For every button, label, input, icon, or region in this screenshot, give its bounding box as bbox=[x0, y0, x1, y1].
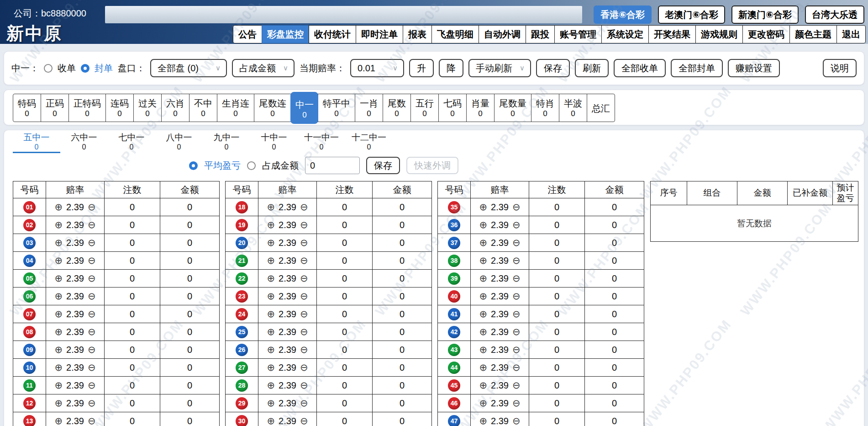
nav-item[interactable]: 收付统计 bbox=[309, 25, 356, 43]
help-button[interactable]: 说明 bbox=[823, 59, 857, 77]
nav-item[interactable]: 退出 bbox=[836, 25, 866, 43]
minus-circle-icon[interactable]: ⊖ bbox=[512, 220, 521, 230]
minus-circle-icon[interactable]: ⊖ bbox=[88, 202, 96, 212]
plus-circle-icon[interactable]: ⊕ bbox=[479, 327, 487, 337]
game-tab[interactable]: 新澳门⑥合彩 bbox=[731, 5, 799, 24]
bet-type-tab[interactable]: 正码0 bbox=[41, 94, 68, 122]
bet-type-tab[interactable]: 过关0 bbox=[133, 94, 161, 122]
plus-circle-icon[interactable]: ⊕ bbox=[479, 416, 487, 426]
plus-circle-icon[interactable]: ⊕ bbox=[267, 416, 275, 426]
bet-type-tab[interactable]: 七码0 bbox=[438, 94, 466, 122]
ratio-amount-radio[interactable] bbox=[247, 161, 256, 170]
minus-circle-icon[interactable]: ⊖ bbox=[512, 327, 521, 337]
minus-circle-icon[interactable]: ⊖ bbox=[512, 309, 521, 319]
minus-circle-icon[interactable]: ⊖ bbox=[300, 238, 308, 248]
plus-circle-icon[interactable]: ⊕ bbox=[54, 256, 63, 266]
quick-adjust-button[interactable]: 快速外调 bbox=[406, 157, 458, 174]
minus-circle-icon[interactable]: ⊖ bbox=[512, 238, 521, 248]
minus-circle-icon[interactable]: ⊖ bbox=[88, 345, 96, 355]
plus-circle-icon[interactable]: ⊕ bbox=[479, 309, 487, 319]
plus-circle-icon[interactable]: ⊕ bbox=[54, 238, 63, 248]
plus-circle-icon[interactable]: ⊕ bbox=[54, 399, 63, 408]
plus-circle-icon[interactable]: ⊕ bbox=[54, 220, 63, 230]
minus-circle-icon[interactable]: ⊖ bbox=[300, 309, 308, 319]
minus-circle-icon[interactable]: ⊖ bbox=[88, 292, 96, 301]
bet-type-tab[interactable]: 连码0 bbox=[105, 94, 133, 122]
nav-item[interactable]: 更改密码 bbox=[742, 25, 790, 43]
minus-circle-icon[interactable]: ⊖ bbox=[512, 381, 521, 390]
plus-circle-icon[interactable]: ⊕ bbox=[479, 363, 487, 373]
game-tab[interactable]: 老澳门⑥合彩 bbox=[658, 5, 725, 24]
bet-type-tab[interactable]: 尾数连0 bbox=[254, 94, 291, 122]
minus-circle-icon[interactable]: ⊖ bbox=[88, 256, 96, 266]
subtab[interactable]: 九中一0 bbox=[203, 132, 250, 153]
plus-circle-icon[interactable]: ⊕ bbox=[54, 309, 63, 319]
receive-all-button[interactable]: 全部收单 bbox=[614, 59, 666, 77]
plus-circle-icon[interactable]: ⊕ bbox=[267, 327, 275, 337]
plus-circle-icon[interactable]: ⊕ bbox=[54, 274, 63, 283]
minus-circle-icon[interactable]: ⊖ bbox=[300, 381, 308, 390]
nav-item[interactable]: 报表 bbox=[403, 25, 432, 43]
plus-circle-icon[interactable]: ⊕ bbox=[54, 345, 63, 355]
seal-radio-label[interactable]: 封单 bbox=[95, 62, 113, 75]
minus-circle-icon[interactable]: ⊖ bbox=[88, 327, 96, 337]
subtab[interactable]: 十一中一0 bbox=[298, 132, 345, 153]
subtab[interactable]: 五中一0 bbox=[13, 132, 60, 153]
plus-circle-icon[interactable]: ⊕ bbox=[54, 292, 63, 301]
minus-circle-icon[interactable]: ⊖ bbox=[300, 202, 308, 212]
plus-circle-icon[interactable]: ⊕ bbox=[54, 327, 63, 337]
refresh-button[interactable]: 刷新 bbox=[575, 59, 609, 77]
save-button[interactable]: 保存 bbox=[536, 59, 570, 77]
plus-circle-icon[interactable]: ⊕ bbox=[267, 309, 275, 319]
bet-type-tab[interactable]: 特平中0 bbox=[318, 94, 355, 122]
plus-circle-icon[interactable]: ⊕ bbox=[54, 202, 63, 212]
seal-radio[interactable] bbox=[81, 64, 89, 73]
bet-type-tab[interactable]: 不中0 bbox=[189, 94, 217, 122]
minus-circle-icon[interactable]: ⊖ bbox=[300, 292, 308, 301]
plus-circle-icon[interactable]: ⊕ bbox=[479, 399, 487, 408]
minus-circle-icon[interactable]: ⊖ bbox=[88, 238, 96, 248]
game-tab[interactable]: 台湾大乐透 bbox=[805, 5, 864, 24]
filter-save-button[interactable]: 保存 bbox=[366, 157, 400, 174]
minus-circle-icon[interactable]: ⊖ bbox=[300, 256, 308, 266]
nav-item[interactable]: 账号管理 bbox=[554, 25, 602, 43]
bet-type-tab[interactable]: 中一0 bbox=[290, 92, 318, 124]
plus-circle-icon[interactable]: ⊕ bbox=[267, 274, 275, 283]
amount-input[interactable] bbox=[305, 157, 360, 174]
minus-circle-icon[interactable]: ⊖ bbox=[512, 416, 521, 426]
bet-type-tab[interactable]: 六肖0 bbox=[161, 94, 189, 122]
receive-radio-label[interactable]: 收单 bbox=[58, 62, 76, 75]
minus-circle-icon[interactable]: ⊖ bbox=[512, 274, 521, 283]
plus-circle-icon[interactable]: ⊕ bbox=[54, 363, 63, 373]
plus-circle-icon[interactable]: ⊕ bbox=[479, 292, 487, 301]
subtab[interactable]: 八中一0 bbox=[155, 132, 203, 153]
bet-type-tab[interactable]: 一肖0 bbox=[355, 94, 383, 122]
nav-item[interactable]: 游戏规则 bbox=[695, 25, 743, 43]
nav-item[interactable]: 系统设定 bbox=[601, 25, 649, 43]
minus-circle-icon[interactable]: ⊖ bbox=[512, 292, 521, 301]
minus-circle-icon[interactable]: ⊖ bbox=[512, 345, 521, 355]
nav-item[interactable]: 颜色主题 bbox=[789, 25, 837, 43]
minus-circle-icon[interactable]: ⊖ bbox=[88, 363, 96, 373]
plus-circle-icon[interactable]: ⊕ bbox=[479, 202, 487, 212]
minus-circle-icon[interactable]: ⊖ bbox=[300, 274, 308, 283]
bet-type-tab[interactable]: 总汇 bbox=[587, 94, 615, 122]
minus-circle-icon[interactable]: ⊖ bbox=[88, 399, 96, 408]
pan-select[interactable]: 全部盘 (0) ∨ bbox=[150, 59, 227, 77]
plus-circle-icon[interactable]: ⊕ bbox=[479, 381, 487, 390]
nav-item[interactable]: 飞盘明细 bbox=[431, 25, 479, 43]
plus-circle-icon[interactable]: ⊕ bbox=[267, 238, 275, 248]
odds-step-select[interactable]: 0.01 ∨ bbox=[350, 59, 404, 77]
plus-circle-icon[interactable]: ⊕ bbox=[267, 292, 275, 301]
bet-type-tab[interactable]: 尾数0 bbox=[383, 94, 410, 122]
plus-circle-icon[interactable]: ⊕ bbox=[479, 274, 487, 283]
minus-circle-icon[interactable]: ⊖ bbox=[88, 309, 96, 319]
plus-circle-icon[interactable]: ⊕ bbox=[54, 416, 63, 426]
odds-up-button[interactable]: 升 bbox=[409, 59, 434, 77]
nav-item[interactable]: 自动外调 bbox=[479, 25, 526, 43]
minus-circle-icon[interactable]: ⊖ bbox=[512, 399, 521, 408]
bet-type-tab[interactable]: 生肖连0 bbox=[217, 94, 254, 122]
bet-type-tab[interactable]: 五行0 bbox=[410, 94, 438, 122]
plus-circle-icon[interactable]: ⊕ bbox=[267, 363, 275, 373]
plus-circle-icon[interactable]: ⊕ bbox=[267, 220, 275, 230]
